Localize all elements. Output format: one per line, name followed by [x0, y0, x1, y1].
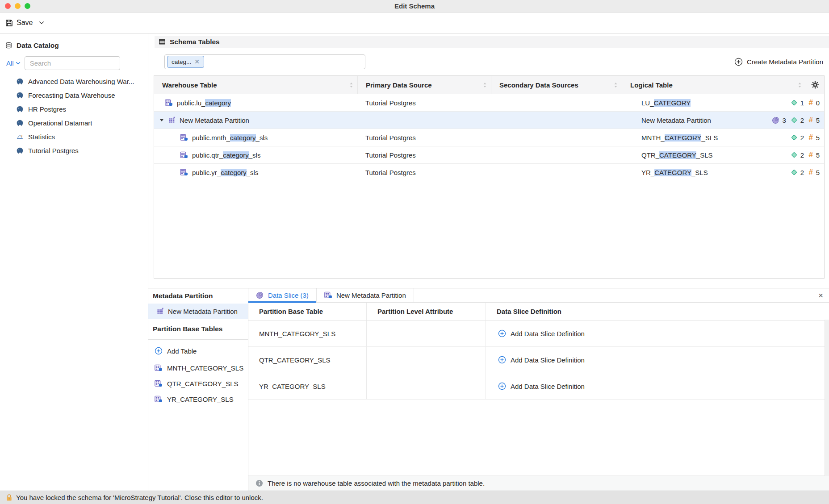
warehouse-table-cell: public.qtr_category_sls	[154, 146, 357, 163]
base-table-item[interactable]: YR_CATEGORY_SLS	[148, 392, 248, 407]
primary-data-source-value: Tutorial Postgres	[365, 134, 416, 142]
plus-circle-icon	[498, 356, 506, 364]
col-header-primary-data-source[interactable]: Primary Data Source	[357, 76, 491, 94]
base-table-item[interactable]: QTR_CATEGORY_SLS	[148, 376, 248, 392]
create-metadata-partition-button[interactable]: Create Metadata Partition	[734, 58, 823, 66]
status-message: You have locked the schema for 'MicroStr…	[16, 494, 263, 501]
primary-data-source-cell: Tutorial Postgres	[357, 129, 491, 146]
column-count: 5	[816, 117, 820, 124]
schema-table-row[interactable]: public.qtr_category_slsTutorial Postgres…	[154, 146, 824, 164]
slice-col-header-partition-level-attribute: Partition Level Attribute	[367, 303, 486, 320]
schema-tables-controls: categ... ✕ Create Metadata Partition	[148, 48, 829, 75]
add-data-slice-definition-button[interactable]: Add Data Slice Definition	[486, 321, 829, 346]
search-highlight: category	[223, 151, 249, 159]
schema-tables-header: Schema Tables	[155, 36, 829, 48]
toolbar: Save	[0, 12, 829, 33]
sort-icon[interactable]	[798, 82, 802, 88]
close-window-button[interactable]	[5, 3, 11, 9]
schema-tables-section: Schema Tables categ... ✕	[148, 33, 829, 288]
window-title: Edit Schema	[394, 2, 435, 10]
catalog-item-statistics[interactable]: Statistics	[0, 130, 148, 144]
sort-icon[interactable]	[349, 82, 353, 88]
sort-icon[interactable]	[483, 82, 487, 88]
hash-badge-icon: #	[808, 133, 812, 142]
slice-table-row: MNTH_CATEGORY_SLSAdd Data Slice Definiti…	[248, 321, 829, 347]
warehouse-table-icon	[180, 134, 188, 142]
partition-base-table-value: QTR_CATEGORY_SLS	[259, 356, 331, 364]
warehouse-table-icon	[155, 396, 163, 403]
primary-data-source-cell: Tutorial Postgres	[357, 94, 491, 111]
base-table-list: MNTH_CATEGORY_SLSQTR_CATEGORY_SLSYR_CATE…	[148, 360, 248, 407]
tab-data-slice-3[interactable]: Data Slice (3)	[248, 288, 317, 302]
partition-item-selected[interactable]: New Metadata Partition	[148, 304, 248, 319]
schema-table-row[interactable]: public.mnth_category_slsTutorial Postgre…	[154, 129, 824, 146]
save-button[interactable]: Save	[17, 19, 33, 27]
logical-table-name: LU_CATEGORY	[641, 99, 691, 107]
catalog-item-tutorial-postgres[interactable]: Tutorial Postgres	[0, 144, 148, 158]
column-settings-button[interactable]	[806, 76, 824, 94]
partition-level-attribute-cell	[367, 347, 486, 373]
col-header-secondary-data-sources[interactable]: Secondary Data Sources	[491, 76, 622, 94]
title-bar: Edit Schema	[0, 0, 829, 12]
col-header-logical-table[interactable]: Logical Table	[622, 76, 806, 94]
schema-table-row[interactable]: public.yr_category_slsTutorial PostgresY…	[154, 164, 824, 181]
catalog-item-hr-postgres[interactable]: HR Postgres	[0, 102, 148, 116]
add-data-slice-definition-label: Add Data Slice Definition	[511, 356, 585, 364]
catalog-search-input[interactable]	[25, 56, 120, 70]
column-count: 5	[816, 169, 820, 176]
column-count: 5	[816, 151, 820, 159]
col-header-warehouse-table[interactable]: Warehouse Table	[154, 76, 357, 94]
primary-data-source-value: Tutorial Postgres	[365, 151, 416, 159]
diamond-badge-icon	[791, 151, 798, 158]
edit-schema-window: Edit Schema Save	[0, 0, 829, 504]
diamond-badge-icon	[791, 169, 798, 176]
tab-label: Data Slice (3)	[268, 292, 309, 299]
add-data-slice-definition-button[interactable]: Add Data Slice Definition	[486, 347, 829, 373]
tab-label: New Metadata Partition	[336, 292, 406, 299]
gear-icon	[811, 81, 819, 89]
data-catalog-header: Data Catalog	[0, 40, 148, 51]
partition-icon	[168, 117, 176, 124]
tab-new-metadata-partition[interactable]: New Metadata Partition	[317, 288, 414, 302]
catalog-item-operational-datamart[interactable]: Operational Datamart	[0, 116, 148, 130]
diamond-badge-icon	[791, 99, 798, 106]
minimize-window-button[interactable]	[15, 3, 21, 9]
panel-close-button[interactable]: ×	[818, 288, 829, 302]
add-table-button[interactable]: Add Table	[148, 342, 248, 360]
logical-table-cell: YR_CATEGORY_SLS2#5	[622, 164, 824, 181]
base-table-name: YR_CATEGORY_SLS	[167, 396, 234, 403]
remove-tag-icon[interactable]: ✕	[194, 58, 200, 65]
base-table-item[interactable]: MNTH_CATEGORY_SLS	[148, 360, 248, 376]
partition-base-table-cell: MNTH_CATEGORY_SLS	[248, 321, 367, 346]
postgres-icon	[16, 120, 24, 127]
metadata-partition-editor: Metadata Partition New Metadata Partitio…	[148, 288, 829, 491]
attribute-count: 2	[800, 169, 804, 176]
slice-col-header-label: Partition Base Table	[259, 308, 323, 315]
schema-table-row[interactable]: public.lu_categoryTutorial PostgresLU_CA…	[154, 94, 824, 112]
vertical-scrollbar[interactable]	[825, 320, 829, 476]
schema-table-body: public.lu_categoryTutorial PostgresLU_CA…	[154, 94, 824, 278]
schema-table-row-partition[interactable]: New Metadata PartitionNew Metadata Parti…	[154, 112, 824, 129]
sort-icon[interactable]	[614, 82, 618, 88]
catalog-type-dropdown[interactable]: All	[6, 59, 21, 67]
info-strip: There is no warehouse table associated w…	[248, 475, 829, 491]
warehouse-table-name: public.mnth_category_sls	[192, 134, 268, 142]
expand-caret-icon[interactable]	[159, 118, 164, 122]
hash-badge-icon: #	[808, 116, 812, 125]
table-filter-input[interactable]: categ... ✕	[164, 54, 365, 69]
warehouse-table-cell: public.mnth_category_sls	[154, 129, 357, 146]
partition-base-table-cell: YR_CATEGORY_SLS	[248, 373, 367, 399]
save-menu-chevron-icon[interactable]	[39, 21, 44, 25]
slice-table-filler	[248, 400, 829, 475]
slice-table-row: QTR_CATEGORY_SLSAdd Data Slice Definitio…	[248, 347, 829, 373]
catalog-item-label: Statistics	[28, 133, 55, 141]
add-data-slice-definition-button[interactable]: Add Data Slice Definition	[486, 373, 829, 399]
logical-table-name: YR_CATEGORY_SLS	[641, 169, 708, 176]
chevron-down-icon	[16, 62, 21, 65]
catalog-item-forecasting-data-warehouse[interactable]: Forecasting Data Warehouse	[0, 88, 148, 102]
column-count: 0	[816, 99, 820, 107]
attribute-count: 2	[800, 117, 804, 124]
catalog-item-advanced-data-warehousing-war[interactable]: Advanced Data Warehousing War...	[0, 75, 148, 88]
zoom-window-button[interactable]	[25, 3, 30, 9]
search-highlight: CATEGORY	[654, 99, 691, 107]
